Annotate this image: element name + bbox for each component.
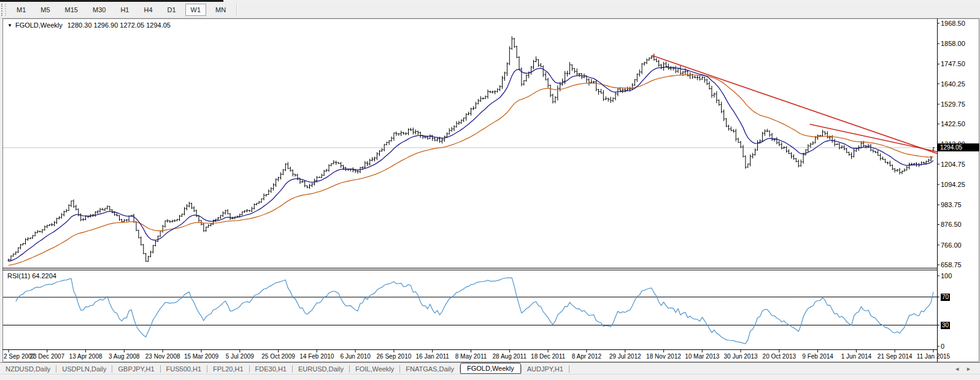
date-tick-label: 14 Feb 2010	[299, 353, 334, 360]
fast-ma-line	[9, 67, 933, 262]
price-tick-label: 1968.50	[941, 20, 965, 27]
rsi-tick-label: 30	[941, 322, 950, 329]
price-tick-label: 1640.25	[941, 80, 965, 88]
timeframe-button-m15[interactable]: M15	[60, 4, 83, 16]
chart-tab-audjpy[interactable]: AUDJPY,H1	[522, 365, 569, 373]
date-tick-label: 23 Dec 2007	[29, 353, 64, 360]
chart-tab-fus500[interactable]: FUS500,H1	[161, 365, 207, 373]
chart-tab-fpl20[interactable]: FPL20,H1	[207, 365, 249, 373]
date-tick-label: 1 Jun 2014	[841, 353, 872, 360]
chart-tabs-bar: NZDUSD,DailyUSDPLN,DailyGBPJPY,H1FUS500,…	[0, 362, 980, 374]
toolbar-separator	[236, 4, 237, 16]
date-tick-label: 8 May 2011	[455, 353, 487, 360]
chart-tabs: NZDUSD,DailyUSDPLN,DailyGBPJPY,H1FUS500,…	[0, 365, 569, 374]
chart-ohlc-values: 1280.30 1296.90 1272.05 1294.05	[68, 21, 171, 29]
chart-tab-fnatgas[interactable]: FNATGAS,Daily	[400, 365, 460, 373]
date-tick-label: 6 Jun 2010	[340, 353, 371, 360]
trendline-1	[652, 55, 937, 153]
date-tick-label: 10 Mar 2013	[685, 353, 719, 360]
chart-header: ▼FGOLD,Weekly1280.30 1296.90 1272.05 129…	[7, 21, 171, 29]
tabs-scroll-left-icon[interactable]: ◄	[954, 366, 960, 372]
date-tick-label: 20 Oct 2013	[763, 353, 796, 360]
rsi-indicator-label: RSI(11) 64.2204	[7, 272, 56, 279]
chart-tab-usdpln[interactable]: USDPLN,Daily	[56, 365, 112, 373]
tab-separator	[569, 365, 569, 373]
date-tick-label: 8 Apr 2012	[572, 353, 601, 360]
rsi-tick-label: 0	[941, 343, 944, 350]
date-tick-label: 9 Feb 2014	[802, 353, 833, 360]
price-tick-label: 1094.25	[941, 181, 965, 188]
date-tick-label: 28 Aug 2011	[493, 353, 527, 360]
mt4-window: M1M5M15M30H1H4D1W1MN ▼FGOLD,Weekly1280.3…	[0, 0, 980, 380]
price-tick-label: 1747.50	[941, 60, 965, 67]
timeframe-button-m30[interactable]: M30	[87, 4, 111, 16]
timeframe-button-w1[interactable]: W1	[185, 4, 207, 16]
timeframe-button-m5[interactable]: M5	[35, 4, 55, 16]
timeframe-buttons: M1M5M15M30H1H4D1W1MN	[11, 4, 231, 16]
date-tick-label: 30 Jun 2013	[724, 353, 758, 360]
chevron-down-icon[interactable]: ▼	[7, 23, 12, 28]
price-tick-label: 1529.75	[941, 101, 965, 108]
axis-tick-marks	[9, 23, 939, 352]
date-tick-label: 29 Jul 2012	[609, 353, 641, 360]
price-tick-label: 1204.75	[941, 161, 965, 168]
price-tick-label: 1422.50	[941, 120, 965, 127]
chart-tab-fgold[interactable]: FGOLD,Weekly	[460, 363, 521, 374]
price-tick-label: 1858.00	[941, 40, 965, 47]
timeframe-button-m1[interactable]: M1	[11, 4, 31, 16]
timeframe-button-h1[interactable]: H1	[115, 4, 134, 16]
timeframe-toolbar: M1M5M15M30H1H4D1W1MN	[0, 2, 980, 18]
date-tick-label: 25 Oct 2009	[261, 353, 295, 360]
chart-tab-eurusd[interactable]: EURUSD,Daily	[293, 365, 349, 373]
price-tick-label: 658.75	[941, 261, 962, 268]
date-tick-label: 13 Apr 2008	[69, 353, 102, 360]
date-tick-label: 18 Nov 2012	[646, 353, 681, 360]
price-tick-label: 983.75	[941, 201, 962, 208]
date-tick-label: 18 Dec 2011	[531, 353, 565, 360]
tabs-scroll-right-icon[interactable]: ►	[966, 366, 971, 372]
chart-tab-gbpjpy[interactable]: GBPJPY,H1	[112, 365, 160, 373]
rsi-tick-label: 70	[941, 294, 950, 301]
toolbar-grip-handle[interactable]	[1, 4, 6, 16]
timeframe-button-d1[interactable]: D1	[162, 4, 182, 16]
timeframe-button-mn[interactable]: MN	[210, 4, 231, 16]
date-tick-label: 15 Mar 2009	[184, 353, 218, 360]
price-tick-label: 766.00	[941, 241, 962, 249]
rsi-line	[16, 278, 933, 344]
price-tick-label: 876.50	[941, 221, 962, 228]
timeframe-button-h4[interactable]: H4	[138, 4, 158, 16]
date-tick-label: 26 Sep 2010	[377, 353, 412, 360]
rsi-level-70-line	[3, 297, 938, 298]
rsi-tick-label: 100	[941, 272, 952, 279]
chart-tab-nzdusd[interactable]: NZDUSD,Daily	[0, 365, 56, 373]
date-tick-label: 23 Nov 2008	[145, 353, 180, 360]
current-price-label: 1294.05	[938, 143, 979, 151]
bottom-strip	[0, 374, 980, 380]
chart-window: ▼FGOLD,Weekly1280.30 1296.90 1272.05 129…	[2, 18, 979, 362]
tab-scroll-controls: ◄ ►	[954, 366, 971, 372]
chart-symbol-label: FGOLD,Weekly	[15, 21, 63, 29]
date-tick-label: 11 Jan 2015	[917, 353, 950, 360]
date-tick-label: 16 Jan 2011	[416, 353, 449, 360]
date-tick-label: 5 Jul 2009	[226, 353, 254, 360]
slow-ma-line	[9, 75, 933, 265]
date-tick-label: 3 Aug 2008	[109, 353, 140, 360]
date-tick-label: 21 Sep 2014	[878, 353, 912, 360]
chart-tab-fde30[interactable]: FDE30,H1	[250, 365, 292, 373]
chart-tab-foil[interactable]: FOIL,Weekly	[350, 365, 399, 373]
price-chart-canvas[interactable]	[2, 18, 979, 362]
